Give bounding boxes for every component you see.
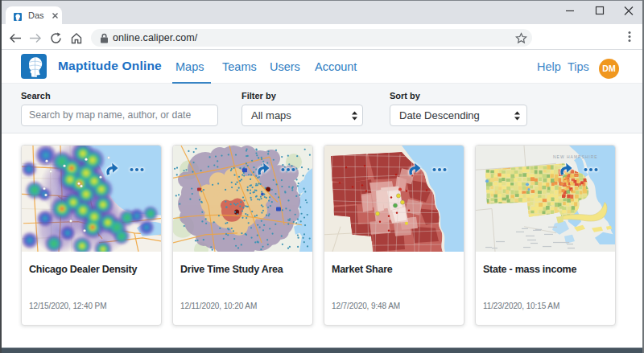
svg-text:NEW HAMPSHIRE: NEW HAMPSHIRE (553, 154, 598, 159)
